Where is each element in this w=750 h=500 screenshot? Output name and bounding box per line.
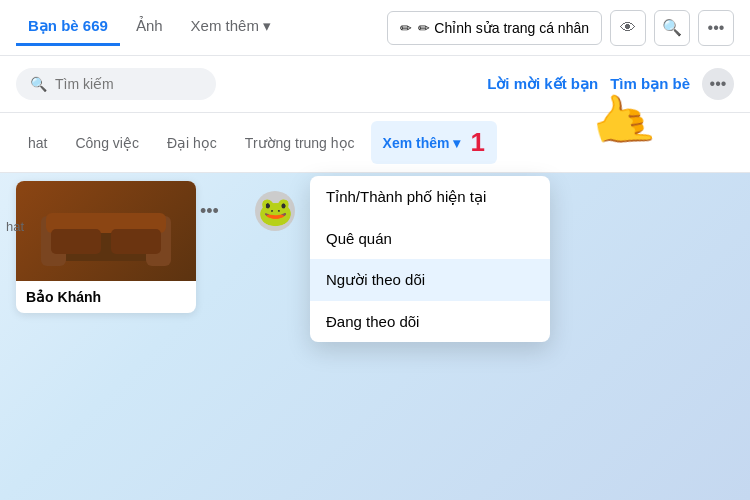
search-input[interactable] <box>55 76 195 92</box>
more-dots-icon: ••• <box>710 75 727 93</box>
dropdown-menu: Tỉnh/Thành phố hiện tại Quê quán Người t… <box>310 176 550 342</box>
nav-tab-photos[interactable]: Ảnh <box>124 9 175 46</box>
filter-tab-highschool[interactable]: Trường trung học <box>233 129 367 157</box>
svg-rect-4 <box>51 229 101 254</box>
nav-tab-more[interactable]: Xem thêm ▾ <box>179 9 284 46</box>
friends-actions: Lời mời kết bạn Tìm bạn bè ••• <box>487 68 734 100</box>
friend-card-image <box>16 181 196 281</box>
search-box: 🔍 <box>16 68 216 100</box>
friend-card-name: Bảo Khánh <box>16 281 196 313</box>
friends-toolbar: 🔍 Lời mời kết bạn Tìm bạn bè ••• <box>0 56 750 113</box>
avatar: 🐸 <box>255 191 295 231</box>
card-more-button[interactable]: ••• <box>200 201 219 222</box>
dropdown-item-followers[interactable]: Người theo dõi <box>310 259 550 301</box>
more-icon: ••• <box>708 19 725 37</box>
friend-card: Bảo Khánh <box>16 181 196 313</box>
more-button[interactable]: ••• <box>698 10 734 46</box>
dropdown-item-city[interactable]: Tỉnh/Thành phố hiện tại <box>310 176 550 218</box>
search-button[interactable]: 🔍 <box>654 10 690 46</box>
left-edge-label: hat <box>0 215 30 238</box>
friends-more-button[interactable]: ••• <box>702 68 734 100</box>
top-navigation: Bạn bè 669 Ảnh Xem thêm ▾ ✏ ✏ Chỉnh sửa … <box>0 0 750 56</box>
filter-tab-xem-them[interactable]: Xem thêm ▾ 1 <box>371 121 497 164</box>
svg-rect-5 <box>111 229 161 254</box>
filter-count-badge: 1 <box>470 127 484 158</box>
filter-tab-university[interactable]: Đại học <box>155 129 229 157</box>
find-friends-link[interactable]: Tìm bạn bè <box>610 75 690 93</box>
edit-profile-button[interactable]: ✏ ✏ Chỉnh sửa trang cá nhân <box>387 11 602 45</box>
invite-friends-link[interactable]: Lời mời kết bạn <box>487 75 598 93</box>
nav-actions: ✏ ✏ Chỉnh sửa trang cá nhân 👁 🔍 ••• <box>387 10 734 46</box>
nav-tab-friends[interactable]: Bạn bè 669 <box>16 9 120 46</box>
search-icon: 🔍 <box>662 18 682 37</box>
eye-button[interactable]: 👁 <box>610 10 646 46</box>
filter-bar: hat Công việc Đại học Trường trung học X… <box>0 113 750 173</box>
eye-icon: 👁 <box>620 19 636 37</box>
dropdown-item-following[interactable]: Đang theo dõi <box>310 301 550 342</box>
pencil-icon: ✏ <box>400 20 412 36</box>
filter-tab-work[interactable]: Công việc <box>63 129 150 157</box>
dropdown-item-hometown[interactable]: Quê quán <box>310 218 550 259</box>
filter-tab-hat[interactable]: hat <box>16 129 59 157</box>
search-icon-small: 🔍 <box>30 76 47 92</box>
